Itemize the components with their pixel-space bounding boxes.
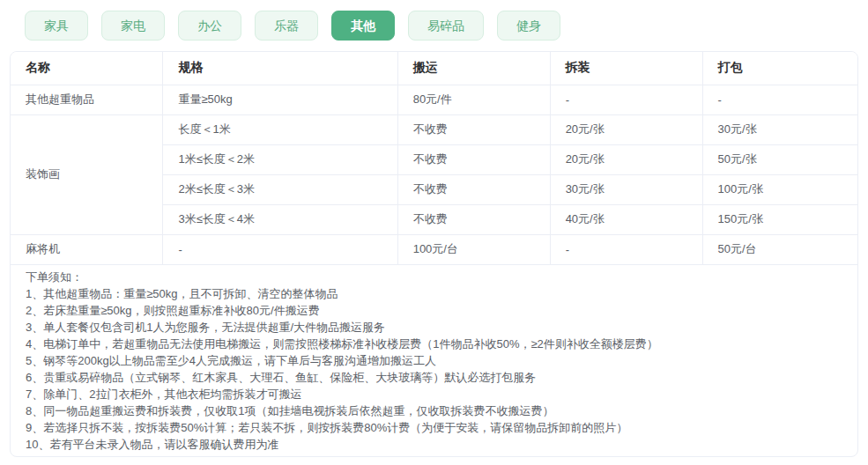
spec-cell: 3米≤长度＜4米 (163, 204, 397, 234)
move-cell: 不收费 (397, 114, 550, 144)
pack-cell: 50元/台 (702, 234, 857, 264)
disassemble-cell: 20元/张 (550, 114, 702, 144)
spec-cell: 长度＜1米 (163, 114, 397, 144)
notes-title: 下单须知： (26, 269, 842, 285)
note-line: 6、贵重或易碎物品（立式钢琴、红木家具、大理石、鱼缸、保险柜、大块玻璃等）默认必… (26, 369, 842, 386)
item-name-cell: 装饰画 (11, 114, 163, 234)
pricing-panel: 名称规格搬运拆装打包 其他超重物品重量≥50kg80元/件--装饰画长度＜1米不… (10, 51, 858, 457)
category-tab-2[interactable]: 家电 (101, 11, 165, 41)
pack-cell: - (702, 85, 857, 114)
move-cell: 100元/台 (397, 234, 550, 264)
disassemble-cell: 40元/张 (550, 204, 702, 234)
category-tab-7[interactable]: 健身 (497, 11, 560, 41)
spec-cell: 重量≥50kg (163, 85, 397, 114)
note-line: 5、钢琴等200kg以上物品需至少4人完成搬运，请下单后与客服沟通增加搬运工人 (26, 352, 842, 369)
category-tab-3[interactable]: 办公 (178, 11, 241, 41)
category-tab-4[interactable]: 乐器 (255, 11, 318, 41)
column-header: 拆装 (550, 52, 702, 85)
column-header: 规格 (163, 52, 397, 85)
table-body: 其他超重物品重量≥50kg80元/件--装饰画长度＜1米不收费20元/张30元/… (11, 85, 857, 264)
notes-list: 1、其他超重物品：重量≥50kg，且不可拆卸、清空的整体物品2、若床垫重量≥50… (26, 285, 842, 453)
disassemble-cell: 20元/张 (550, 144, 702, 174)
category-tabs: 家具家电办公乐器其他易碎品健身 (0, 0, 868, 41)
note-line: 1、其他超重物品：重量≥50kg，且不可拆卸、清空的整体物品 (26, 285, 842, 302)
spec-cell: 1米≤长度＜2米 (163, 144, 397, 174)
pricing-table: 名称规格搬运拆装打包 其他超重物品重量≥50kg80元/件--装饰画长度＜1米不… (11, 52, 857, 265)
note-line: 10、若有平台未录入物品，请以客服确认费用为准 (26, 436, 842, 453)
table-row: 其他超重物品重量≥50kg80元/件-- (11, 85, 857, 114)
pack-cell: 30元/张 (702, 114, 857, 144)
spec-cell: 2米≤长度＜3米 (163, 174, 397, 204)
column-header: 名称 (11, 52, 163, 85)
column-header: 搬运 (397, 52, 550, 85)
table-header-row: 名称规格搬运拆装打包 (11, 52, 857, 85)
note-line: 7、除单门、2拉门衣柜外，其他衣柜均需拆装才可搬运 (26, 386, 842, 402)
move-cell: 80元/件 (397, 85, 550, 114)
category-tab-1[interactable]: 家具 (25, 11, 88, 41)
move-cell: 不收费 (397, 174, 550, 204)
item-name-cell: 其他超重物品 (11, 85, 163, 114)
item-name-cell: 麻将机 (11, 234, 163, 264)
note-line: 3、单人套餐仅包含司机1人为您服务，无法提供超重/大件物品搬运服务 (26, 319, 842, 336)
note-line: 2、若床垫重量≥50kg，则按照超重标准补收80元/件搬运费 (26, 302, 842, 319)
move-cell: 不收费 (397, 144, 550, 174)
note-line: 4、电梯订单中，若超重物品无法使用电梯搬运，则需按照楼梯标准补收楼层费（1件物品… (26, 336, 842, 352)
spec-cell: - (163, 234, 397, 264)
note-line: 8、同一物品超重搬运费和拆装费，仅收取1项（如挂墙电视拆装后依然超重，仅收取拆装… (26, 402, 842, 419)
table-row: 装饰画长度＜1米不收费20元/张30元/张 (11, 114, 857, 144)
column-header: 打包 (702, 52, 857, 85)
category-tab-5-active[interactable]: 其他 (331, 11, 395, 41)
note-line: 9、若选择只拆不装，按拆装费50%计算；若只装不拆，则按拆装费80%计费（为便于… (26, 419, 842, 436)
order-notes: 下单须知： 1、其他超重物品：重量≥50kg，且不可拆卸、清空的整体物品2、若床… (11, 265, 857, 456)
pack-cell: 100元/张 (702, 174, 857, 204)
pack-cell: 150元/张 (702, 204, 857, 234)
table-row: 麻将机-100元/台-50元/台 (11, 234, 857, 264)
disassemble-cell: - (550, 234, 702, 264)
disassemble-cell: - (550, 85, 702, 114)
pack-cell: 50元/张 (702, 144, 857, 174)
disassemble-cell: 30元/张 (550, 174, 702, 204)
category-tab-6[interactable]: 易碎品 (408, 11, 484, 41)
move-cell: 不收费 (397, 204, 550, 234)
